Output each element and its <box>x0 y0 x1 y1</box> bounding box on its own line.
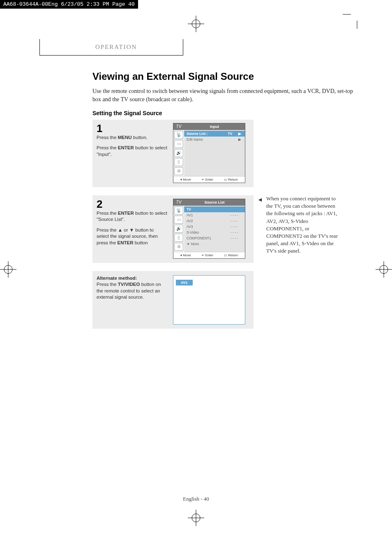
menu-footer: ♦ Move ↵ Enter ▭ Return <box>173 176 245 183</box>
registration-mark-top <box>343 0 371 30</box>
speaker-icon: 🔊 <box>174 225 183 233</box>
menu-row-edit-name: Edit Name ▶ <box>184 137 245 142</box>
footer-return: ▭ Return <box>224 253 238 257</box>
satellite-icon: 📡 <box>174 131 183 139</box>
intro-text: Use the remote control to switch between… <box>92 87 355 104</box>
menu-icon-column: 📡 ▭ 🔊 ▯ ⚙ <box>173 206 184 252</box>
print-header-strip: AA68-03644A-00Eng 6/23/05 2:33 PM Page 4… <box>0 0 138 9</box>
menu-row: S-Video- - - - <box>184 230 245 235</box>
alternate-method-text: Alternate method:Press the TV/VIDEO butt… <box>97 275 167 301</box>
menu-row: ▼ More <box>184 241 245 247</box>
antenna-icon: ▯ <box>174 234 183 242</box>
footer-enter: ↵ Enter <box>202 253 213 257</box>
menu-row: COMPONENT1- - - - <box>184 235 245 241</box>
step-2-line-2: Press the ▲ or ▼ button to select the si… <box>97 227 167 246</box>
step-2-line-1: Press the ENTER button to select "Source… <box>97 210 167 223</box>
speaker-icon: 🔊 <box>174 149 183 157</box>
step-1-number: 1 <box>97 123 167 134</box>
menu-row-source-list: Source List : TV ▶ <box>184 131 245 137</box>
menu-title: Input <box>184 125 245 129</box>
satellite-icon: 📡 <box>174 207 183 215</box>
menu-tab: TV <box>173 124 184 129</box>
menu-tab: TV <box>173 200 184 204</box>
sliders-icon: ⚙ <box>174 243 183 251</box>
sliders-icon: ⚙ <box>174 167 183 175</box>
menu-row: AV3- - - - <box>184 224 245 230</box>
crop-mark-bottom <box>188 510 204 528</box>
menu-title: Source List <box>184 200 245 204</box>
page-footer: English - 40 <box>0 496 392 502</box>
side-note: ◄ When you connect equipment to the TV, … <box>266 195 342 255</box>
crop-mark-left <box>0 261 16 279</box>
tv-menu-input: TV Input 📡 ▭ 🔊 ▯ ⚙ Source List : TV ▶ <box>173 123 245 183</box>
menu-icon-column: 📡 ▭ 🔊 ▯ ⚙ <box>173 130 184 176</box>
section-tab: OPERATION <box>39 39 183 56</box>
step-2-number: 2 <box>97 199 167 209</box>
av1-badge: AV1 <box>176 280 193 285</box>
crop-mark-right <box>376 261 392 279</box>
step-1-line-2: Press the ENTER button to select "Input"… <box>97 145 167 158</box>
step-2-block: 2 Press the ENTER button to select "Sour… <box>92 195 254 263</box>
menu-row: TV <box>184 207 245 212</box>
footer-return: ▭ Return <box>224 178 238 181</box>
side-note-text: When you connect equipment to the TV, yo… <box>266 195 338 254</box>
footer-move: ♦ Move <box>180 178 191 181</box>
menu-row: AV1- - - - <box>184 212 245 218</box>
alternate-method-block: Alternate method:Press the TV/VIDEO butt… <box>92 271 254 329</box>
page-title: Viewing an External Signal Source <box>92 71 355 82</box>
caret-left-icon: ◄ <box>257 196 263 204</box>
tv-menu-source-list: TV Source List 📡 ▭ 🔊 ▯ ⚙ TVAV1- - - -AV2… <box>173 199 245 259</box>
screen-icon: ▭ <box>174 216 183 224</box>
section-label: OPERATION <box>95 44 137 51</box>
screen-icon: ▭ <box>174 140 183 148</box>
alt-screen-preview: AV1 <box>173 275 245 325</box>
footer-move: ♦ Move <box>180 253 191 257</box>
antenna-icon: ▯ <box>174 158 183 166</box>
step-1-line-1: Press the MENU button. <box>97 135 167 141</box>
step-1-block: 1 Press the MENU button. Press the ENTER… <box>92 120 254 187</box>
footer-enter: ↵ Enter <box>202 178 213 181</box>
menu-footer: ♦ Move ↵ Enter ▭ Return <box>173 252 245 258</box>
menu-row: AV2- - - - <box>184 218 245 224</box>
crop-mark-top <box>188 16 204 32</box>
subheading: Setting the Signal Source <box>92 110 355 116</box>
